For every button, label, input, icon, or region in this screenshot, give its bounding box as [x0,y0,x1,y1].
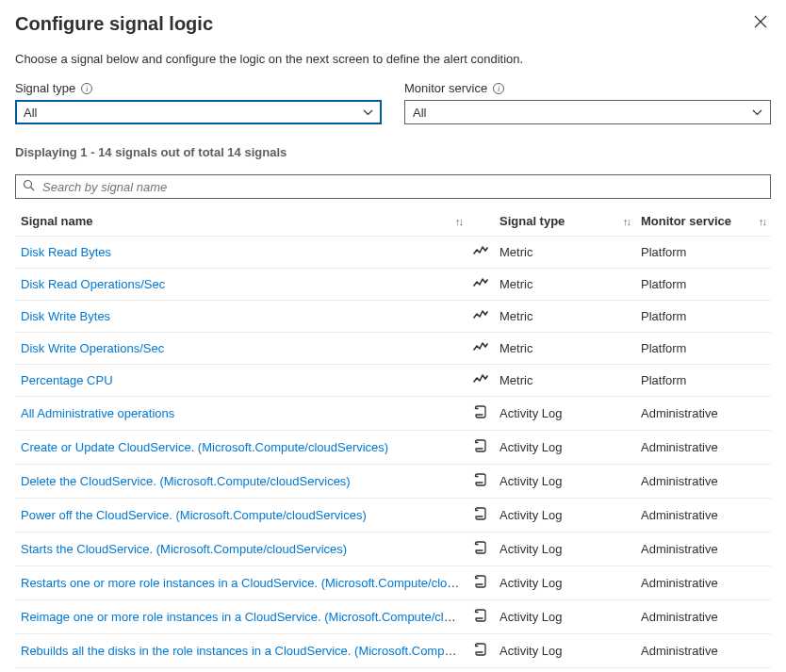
col-header-service-text: Monitor service [641,214,731,228]
signal-type-cell: Activity Log [494,465,635,499]
table-row: Percentage CPUMetricPlatform [15,365,771,397]
signal-link[interactable]: Starts the CloudService. (Microsoft.Comp… [21,542,347,556]
monitor-service-cell: Administrative [635,465,771,499]
table-row: Create or Update CloudService. (Microsof… [15,431,771,465]
col-header-icon [467,206,494,237]
col-header-name[interactable]: Signal name ↑↓ [15,206,467,237]
close-icon [754,15,767,31]
signal-type-select[interactable]: All [15,100,382,124]
signal-type-cell: Metric [494,333,635,365]
signal-type-cell: Activity Log [494,668,635,672]
signal-type-cell: Metric [494,301,635,333]
close-button[interactable] [750,13,771,33]
sort-icon: ↑↓ [455,216,462,227]
activitylog-icon [473,642,488,660]
signal-link[interactable]: Power off the CloudService. (Microsoft.C… [21,508,367,522]
metric-icon [473,244,488,260]
metric-icon [473,308,488,324]
page-subtitle: Choose a signal below and configure the … [15,52,771,66]
signal-type-cell: Activity Log [494,499,635,533]
monitor-service-cell: Platform [635,333,771,365]
table-row: Delete the CloudService. (Microsoft.Comp… [15,465,771,499]
table-row: Disk Read BytesMetricPlatform [15,237,771,269]
monitor-service-cell: Administrative [635,668,771,672]
signal-link[interactable]: Disk Read Bytes [21,245,111,259]
signal-type-cell: Metric [494,269,635,301]
signal-link[interactable]: Disk Write Bytes [21,309,110,323]
signal-link[interactable]: Rebuilds all the disks in the role insta… [21,644,467,658]
sort-icon: ↑↓ [759,216,765,227]
signal-type-cell: Activity Log [494,397,635,431]
signal-type-cell: Activity Log [494,566,635,600]
monitor-service-cell: Administrative [635,600,771,634]
monitor-service-cell: Platform [635,301,771,333]
activitylog-icon [473,540,488,558]
activitylog-icon [473,506,488,524]
signal-type-cell: Activity Log [494,634,635,668]
search-input[interactable] [41,179,763,195]
signal-type-value: All [24,106,37,120]
monitor-service-cell: Administrative [635,634,771,668]
activitylog-icon [473,574,488,592]
table-row: Power off the CloudService. (Microsoft.C… [15,499,771,533]
monitor-service-cell: Platform [635,365,771,397]
activitylog-icon [473,438,488,456]
search-icon [23,179,35,194]
monitor-service-cell: Platform [635,269,771,301]
activitylog-icon [473,608,488,626]
monitor-service-cell: Administrative [635,499,771,533]
table-row: Reimage one or more role instances in a … [15,600,771,634]
table-row: Disk Write Operations/SecMetricPlatform [15,333,771,365]
signals-table: Signal name ↑↓ Signal type ↑↓ Monitor se… [15,206,771,672]
col-header-type-text: Signal type [499,214,565,228]
col-header-name-text: Signal name [21,214,93,228]
signal-link[interactable]: Percentage CPU [21,373,113,387]
page-title: Configure signal logic [15,13,213,35]
monitor-service-cell: Administrative [635,431,771,465]
col-header-service[interactable]: Monitor service ↑↓ [635,206,771,237]
monitor-service-value: All [413,106,426,120]
sort-icon: ↑↓ [623,216,630,227]
signal-link[interactable]: Reimage one or more role instances in a … [21,610,467,624]
table-row: All Administrative operationsActivity Lo… [15,397,771,431]
result-count: Displaying 1 - 14 signals out of total 1… [15,145,771,159]
monitor-service-label-text: Monitor service [404,81,487,95]
svg-point-0 [25,181,32,188]
signal-link[interactable]: Disk Write Operations/Sec [21,341,164,355]
search-box[interactable] [15,174,771,199]
activitylog-icon [473,404,488,422]
signal-link[interactable]: Delete the CloudService. (Microsoft.Comp… [21,474,351,488]
table-row: Disk Read Operations/SecMetricPlatform [15,269,771,301]
metric-icon [473,340,488,356]
monitor-service-cell: Administrative [635,397,771,431]
table-row: Rebuilds all the disks in the role insta… [15,634,771,668]
monitor-service-select[interactable]: All [404,100,771,124]
signal-type-cell: Metric [494,237,635,269]
signal-type-cell: Metric [494,365,635,397]
info-icon[interactable]: i [493,83,504,94]
chevron-down-icon [752,107,762,118]
signal-type-cell: Activity Log [494,431,635,465]
signal-type-label-text: Signal type [15,81,75,95]
signal-link[interactable]: Disk Read Operations/Sec [21,277,165,291]
metric-icon [473,372,488,388]
table-row: Starts the CloudService. (Microsoft.Comp… [15,533,771,566]
signal-type-cell: Activity Log [494,533,635,566]
metric-icon [473,276,488,292]
activitylog-icon [473,472,488,490]
monitor-service-label: Monitor service i [404,81,771,95]
signal-link[interactable]: Create or Update CloudService. (Microsof… [21,440,388,454]
col-header-type[interactable]: Signal type ↑↓ [494,206,635,237]
table-row: Restarts one or more role instances in a… [15,566,771,600]
table-row: Disk Write BytesMetricPlatform [15,301,771,333]
monitor-service-cell: Administrative [635,566,771,600]
info-icon[interactable]: i [81,83,92,94]
signal-type-cell: Activity Log [494,600,635,634]
signal-link[interactable]: Restarts one or more role instances in a… [21,576,467,590]
chevron-down-icon [363,107,373,118]
monitor-service-cell: Platform [635,237,771,269]
table-row: Deletes role instances in a CloudService… [15,668,771,672]
monitor-service-cell: Administrative [635,533,771,566]
signal-type-label: Signal type i [15,81,382,95]
signal-link[interactable]: All Administrative operations [21,406,174,420]
